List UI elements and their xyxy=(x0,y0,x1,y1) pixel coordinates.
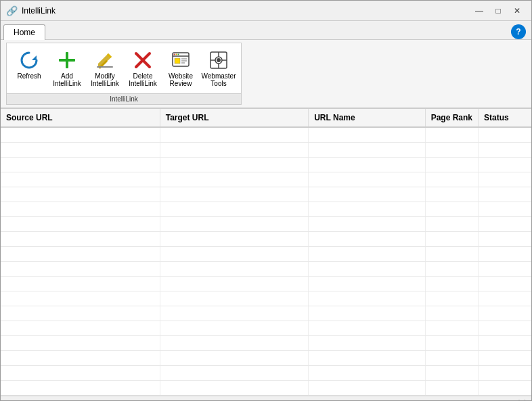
modify-intellilink-button[interactable]: ModifyIntelliLink xyxy=(87,46,123,91)
tab-home[interactable]: Home xyxy=(3,24,45,40)
add-intellilink-button[interactable]: AddIntelliLink xyxy=(49,46,85,91)
table-row[interactable] xyxy=(1,276,531,291)
svg-point-16 xyxy=(176,54,177,55)
table-row[interactable] xyxy=(1,350,531,365)
status-bar: Pane 1 ⇲ xyxy=(1,396,531,402)
tab-bar: Home ? xyxy=(1,21,531,40)
table-row[interactable] xyxy=(1,306,531,321)
table-row[interactable] xyxy=(1,261,531,276)
svg-rect-2 xyxy=(59,59,75,62)
column-header-rank: Page Rank xyxy=(425,109,478,127)
svg-point-24 xyxy=(217,58,221,62)
table-row[interactable] xyxy=(1,187,531,202)
maximize-button[interactable]: □ xyxy=(489,4,507,18)
toolbar-buttons: Refresh AddIntelliLink xyxy=(7,43,241,93)
column-header-status: Status xyxy=(479,109,531,127)
help-button[interactable]: ? xyxy=(511,24,526,39)
svg-rect-11 xyxy=(175,58,180,64)
column-header-source: Source URL xyxy=(1,109,160,127)
add-icon xyxy=(56,49,78,71)
toolbar-section-intellilink: Refresh AddIntelliLink xyxy=(6,43,242,105)
data-table-container: Source URL Target URL URL Name Page Rank… xyxy=(1,108,531,396)
title-bar-controls: — □ ✕ xyxy=(470,4,526,18)
refresh-icon xyxy=(18,49,40,71)
toolbar-section-label: IntelliLink xyxy=(7,93,241,104)
column-header-target: Target URL xyxy=(160,109,309,127)
refresh-label: Refresh xyxy=(17,72,41,80)
website-review-button[interactable]: WebsiteReview xyxy=(162,46,199,91)
svg-point-17 xyxy=(178,54,179,55)
svg-point-15 xyxy=(174,54,175,55)
svg-marker-0 xyxy=(32,55,37,60)
table-row[interactable] xyxy=(1,231,531,246)
minimize-button[interactable]: — xyxy=(470,4,488,18)
website-review-label: WebsiteReview xyxy=(169,72,193,87)
refresh-button[interactable]: Refresh xyxy=(11,46,47,91)
add-intellilink-label: AddIntelliLink xyxy=(53,72,81,87)
table-row[interactable] xyxy=(1,127,531,142)
website-review-icon xyxy=(170,49,192,71)
toolbar: Refresh AddIntelliLink xyxy=(1,40,531,108)
modify-icon xyxy=(94,49,116,71)
column-header-name: URL Name xyxy=(309,109,425,127)
table-row[interactable] xyxy=(1,321,531,335)
app-icon: 🔗 xyxy=(6,5,18,16)
table-row[interactable] xyxy=(1,246,531,261)
close-button[interactable]: ✕ xyxy=(508,4,526,18)
webmaster-tools-button[interactable]: WebmasterTools xyxy=(200,46,237,91)
resize-handle-icon[interactable]: ⇲ xyxy=(518,398,526,401)
table-row[interactable] xyxy=(1,216,531,231)
delete-icon xyxy=(132,49,154,71)
modify-intellilink-label: ModifyIntelliLink xyxy=(91,72,119,87)
table-row[interactable] xyxy=(1,365,531,380)
table-row[interactable] xyxy=(1,202,531,216)
title-bar: 🔗 IntelliLink — □ ✕ xyxy=(1,1,531,21)
table-row[interactable] xyxy=(1,380,531,395)
svg-rect-6 xyxy=(97,66,113,68)
table-row[interactable] xyxy=(1,142,531,157)
table-row[interactable] xyxy=(1,172,531,187)
delete-intellilink-button[interactable]: DeleteIntelliLink xyxy=(125,46,161,91)
title-bar-left: 🔗 IntelliLink xyxy=(6,5,56,16)
data-table: Source URL Target URL URL Name Page Rank… xyxy=(1,109,531,396)
table-row[interactable] xyxy=(1,335,531,350)
webmaster-tools-icon xyxy=(208,49,229,71)
table-row[interactable] xyxy=(1,291,531,306)
table-header-row: Source URL Target URL URL Name Page Rank… xyxy=(1,109,531,127)
window-title: IntelliLink xyxy=(22,6,56,16)
webmaster-tools-label: WebmasterTools xyxy=(202,72,236,87)
delete-intellilink-label: DeleteIntelliLink xyxy=(129,72,157,87)
table-row[interactable] xyxy=(1,157,531,172)
